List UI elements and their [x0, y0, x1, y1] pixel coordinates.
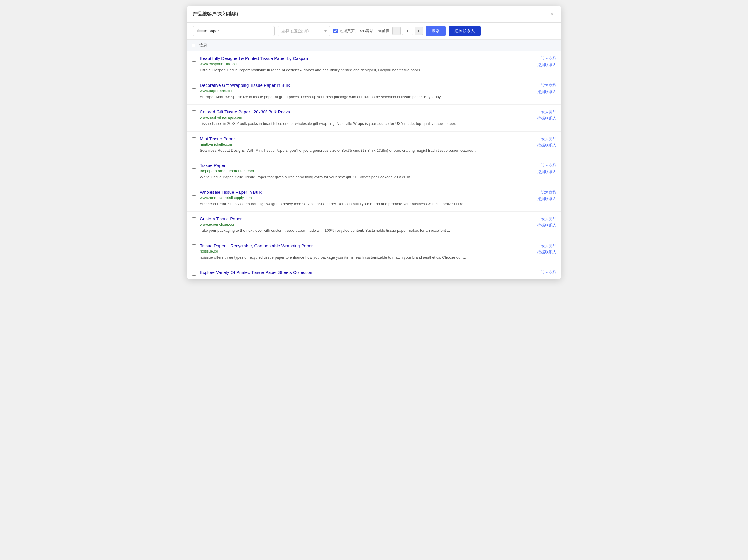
item-actions-8: 设为竞品 挖掘联系人: [537, 243, 556, 255]
item-title-2[interactable]: Decorative Gift Wrapping Tissue Paper in…: [200, 83, 534, 88]
page-increment-button[interactable]: +: [415, 27, 423, 35]
item-desc-6: American Retail Supply offers from light…: [200, 202, 467, 206]
item-desc-1: Official Caspari Tissue Paper: Available…: [200, 68, 424, 72]
table-row: Mint Tissue Paper mintbymichelle.com Sea…: [187, 132, 561, 158]
filter-label: 过滤黄页、B2B网站: [340, 28, 373, 33]
item-url-6: www.americanretailsupply.com: [200, 195, 534, 200]
row-checkbox-4[interactable]: [192, 137, 196, 142]
search-input[interactable]: [193, 26, 275, 36]
table-row: Beautifully Designed & Printed Tissue Pa…: [187, 51, 561, 78]
table-row: Explore Variety Of Printed Tissue Paper …: [187, 265, 561, 279]
set-competitor-link-9[interactable]: 设为竞品: [541, 270, 556, 275]
item-title-9[interactable]: Explore Variety Of Printed Tissue Paper …: [200, 270, 538, 275]
page-controls: − +: [392, 27, 423, 35]
close-button[interactable]: ×: [549, 10, 555, 18]
mine-contacts-link-7[interactable]: 挖掘联系人: [537, 223, 556, 228]
item-content-5: Tissue Paper thepaperstoreandmoreutah.co…: [200, 163, 534, 180]
item-content-7: Custom Tissue Paper www.ecoenclose.com T…: [200, 216, 534, 234]
result-list: Beautifully Designed & Printed Tissue Pa…: [187, 51, 561, 279]
item-actions-6: 设为竞品 挖掘联系人: [537, 190, 556, 202]
set-competitor-link-2[interactable]: 设为竞品: [541, 83, 556, 88]
item-url-3: www.nashvillewraps.com: [200, 115, 534, 119]
region-select[interactable]: 选择地区(选填): [278, 26, 330, 36]
item-url-8: noissue.co: [200, 249, 534, 253]
item-actions-3: 设为竞品 挖掘联系人: [537, 109, 556, 121]
table-row: Decorative Gift Wrapping Tissue Paper in…: [187, 78, 561, 105]
set-competitor-link-8[interactable]: 设为竞品: [541, 243, 556, 249]
mine-contacts-link-2[interactable]: 挖掘联系人: [537, 89, 556, 94]
mine-contacts-button[interactable]: 挖掘联系人: [448, 26, 481, 36]
mine-contacts-link-3[interactable]: 挖掘联系人: [537, 116, 556, 121]
mine-contacts-link-5[interactable]: 挖掘联系人: [537, 169, 556, 174]
item-desc-7: Take your packaging to the next level wi…: [200, 228, 450, 233]
table-header: 信息: [187, 40, 561, 51]
set-competitor-link-6[interactable]: 设为竞品: [541, 190, 556, 195]
set-competitor-link-5[interactable]: 设为竞品: [541, 163, 556, 168]
mine-contacts-link-4[interactable]: 挖掘联系人: [537, 143, 556, 148]
item-content-9: Explore Variety Of Printed Tissue Paper …: [200, 270, 538, 276]
table-row: Tissue Paper – Recyclable, Compostable W…: [187, 238, 561, 265]
item-content-2: Decorative Gift Wrapping Tissue Paper in…: [200, 83, 534, 100]
mine-contacts-link-8[interactable]: 挖掘联系人: [537, 250, 556, 255]
item-actions-1: 设为竞品 挖掘联系人: [537, 56, 556, 68]
mine-contacts-link-1[interactable]: 挖掘联系人: [537, 62, 556, 68]
item-desc-8: noissue offers three types of recycled t…: [200, 255, 466, 259]
row-checkbox-8[interactable]: [192, 244, 196, 249]
item-title-3[interactable]: Colored Gift Tissue Paper | 20x30" Bulk …: [200, 109, 534, 114]
item-title-8[interactable]: Tissue Paper – Recyclable, Compostable W…: [200, 243, 534, 248]
table-row: Custom Tissue Paper www.ecoenclose.com T…: [187, 212, 561, 238]
item-actions-9: 设为竞品: [541, 270, 556, 275]
modal-title: 产品搜客户(关闭继续): [193, 11, 238, 17]
item-title-4[interactable]: Mint Tissue Paper: [200, 136, 534, 141]
item-content-8: Tissue Paper – Recyclable, Compostable W…: [200, 243, 534, 260]
table-row: Colored Gift Tissue Paper | 20x30" Bulk …: [187, 104, 561, 132]
row-checkbox-1[interactable]: [192, 57, 196, 62]
item-actions-2: 设为竞品 挖掘联系人: [537, 83, 556, 94]
item-title-5[interactable]: Tissue Paper: [200, 163, 534, 168]
item-url-7: www.ecoenclose.com: [200, 222, 534, 227]
modal-header: 产品搜客户(关闭继续) ×: [187, 6, 561, 23]
page-input[interactable]: [402, 27, 414, 35]
item-actions-7: 设为竞品 挖掘联系人: [537, 216, 556, 228]
page-label: 当前页: [378, 28, 390, 33]
item-desc-5: White Tissue Paper. Solid Tissue Paper t…: [200, 175, 411, 179]
filter-checkbox[interactable]: [333, 29, 338, 33]
item-title-7[interactable]: Custom Tissue Paper: [200, 216, 534, 221]
item-desc-3: Tissue Paper in 20x30" bulk packs in bea…: [200, 121, 456, 126]
set-competitor-link-7[interactable]: 设为竞品: [541, 216, 556, 221]
item-content-3: Colored Gift Tissue Paper | 20x30" Bulk …: [200, 109, 534, 126]
row-checkbox-9[interactable]: [192, 271, 196, 276]
table-row: Tissue Paper thepaperstoreandmoreutah.co…: [187, 158, 561, 185]
item-url-1: www.casparionline.com: [200, 62, 534, 66]
item-desc-2: At Paper Mart, we specialize in tissue p…: [200, 95, 442, 99]
set-competitor-link-4[interactable]: 设为竞品: [541, 136, 556, 141]
select-all-checkbox[interactable]: [192, 44, 195, 47]
item-actions-4: 设为竞品 挖掘联系人: [537, 136, 556, 148]
item-content-1: Beautifully Designed & Printed Tissue Pa…: [200, 56, 534, 73]
item-title-6[interactable]: Wholesale Tissue Paper in Bulk: [200, 190, 534, 195]
item-url-5: thepaperstoreandmoreutah.com: [200, 169, 534, 173]
row-checkbox-2[interactable]: [192, 84, 196, 89]
item-desc-4: Seamless Repeat Designs: With Mint Tissu…: [200, 148, 477, 153]
item-title-1[interactable]: Beautifully Designed & Printed Tissue Pa…: [200, 56, 534, 61]
item-url-4: mintbymichelle.com: [200, 142, 534, 146]
item-url-2: www.papermart.com: [200, 89, 534, 93]
item-content-4: Mint Tissue Paper mintbymichelle.com Sea…: [200, 136, 534, 154]
row-checkbox-6[interactable]: [192, 191, 196, 195]
table-header-info: 信息: [199, 43, 207, 48]
page-decrement-button[interactable]: −: [392, 27, 401, 35]
mine-contacts-link-6[interactable]: 挖掘联系人: [537, 196, 556, 202]
row-checkbox-5[interactable]: [192, 164, 196, 169]
search-button[interactable]: 搜索: [426, 26, 446, 36]
set-competitor-link-1[interactable]: 设为竞品: [541, 56, 556, 61]
set-competitor-link-3[interactable]: 设为竞品: [541, 109, 556, 115]
toolbar: 选择地区(选填) 过滤黄页、B2B网站 当前页 − + 搜索 挖掘联系人: [187, 23, 561, 40]
main-modal: 产品搜客户(关闭继续) × 选择地区(选填) 过滤黄页、B2B网站 当前页 − …: [187, 6, 561, 279]
item-content-6: Wholesale Tissue Paper in Bulk www.ameri…: [200, 190, 534, 207]
row-checkbox-7[interactable]: [192, 217, 196, 222]
table-row: Wholesale Tissue Paper in Bulk www.ameri…: [187, 185, 561, 212]
row-checkbox-3[interactable]: [192, 111, 196, 115]
filter-group: 过滤黄页、B2B网站: [333, 28, 373, 33]
item-actions-5: 设为竞品 挖掘联系人: [537, 163, 556, 174]
